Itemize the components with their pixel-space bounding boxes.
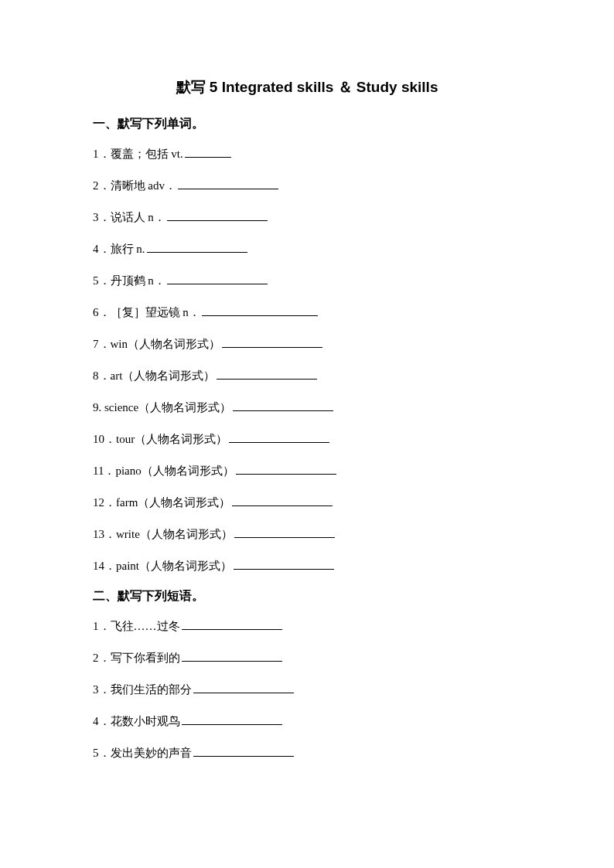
fill-blank[interactable]: [182, 713, 282, 725]
section1-item: 11．piano（人物名词形式）: [93, 461, 521, 480]
item-text: 14．paint（人物名词形式）: [93, 560, 232, 572]
fill-blank[interactable]: [234, 526, 335, 538]
item-text: 8．art（人物名词形式）: [93, 369, 215, 382]
fill-blank[interactable]: [193, 682, 294, 693]
item-text: 11．piano（人物名词形式）: [93, 465, 234, 477]
section1-item: 6．［复］望远镜 n．: [93, 303, 521, 322]
section1-item: 1．覆盖；包括 vt.: [93, 145, 521, 163]
fill-blank[interactable]: [232, 495, 333, 506]
item-text: 4．旅行 n.: [93, 243, 145, 255]
section1-item: 13．write（人物名词形式）: [93, 525, 521, 543]
fill-blank[interactable]: [233, 400, 333, 411]
fill-blank[interactable]: [147, 241, 247, 253]
item-text: 12．farm（人物名词形式）: [93, 496, 230, 509]
section1-item: 10．tour（人物名词形式）: [93, 430, 521, 448]
item-text: 5．丹顶鹤 n．: [93, 274, 165, 287]
section2-heading: 二、默写下列短语。: [93, 588, 521, 604]
fill-blank[interactable]: [182, 618, 282, 630]
item-text: 2．写下你看到的: [93, 652, 180, 664]
fill-blank[interactable]: [236, 463, 336, 475]
page-title: 默写 5 Integrated skills ＆ Study skills: [93, 77, 521, 97]
item-text: 3．说话人 n．: [93, 211, 165, 223]
fill-blank[interactable]: [222, 336, 322, 348]
section1-item: 7．win（人物名词形式）: [93, 335, 521, 353]
fill-blank[interactable]: [167, 209, 268, 221]
section1-item: 5．丹顶鹤 n．: [93, 271, 521, 290]
fill-blank[interactable]: [185, 146, 231, 158]
fill-blank[interactable]: [202, 305, 318, 316]
fill-blank[interactable]: [167, 273, 268, 284]
section1-item: 4．旅行 n.: [93, 240, 521, 258]
section1-item: 9. science（人物名词形式）: [93, 398, 521, 417]
item-text: 6．［复］望远镜 n．: [93, 306, 200, 318]
fill-blank[interactable]: [182, 650, 282, 662]
item-text: 2．清晰地 adv．: [93, 179, 176, 192]
section1-item: 12．farm（人物名词形式）: [93, 493, 521, 512]
fill-blank[interactable]: [234, 558, 334, 570]
item-text: 4．花数小时观鸟: [93, 715, 180, 727]
fill-blank[interactable]: [178, 178, 278, 189]
section2-item: 1．飞往……过冬: [93, 617, 521, 635]
item-text: 1．覆盖；包括 vt.: [93, 148, 183, 160]
fill-blank[interactable]: [217, 368, 317, 380]
item-text: 3．我们生活的部分: [93, 683, 192, 696]
section1-item: 3．说话人 n．: [93, 208, 521, 226]
section1-item: 2．清晰地 adv．: [93, 176, 521, 195]
section1-heading: 一、默写下列单词。: [93, 116, 521, 132]
section2-item: 5．发出美妙的声音: [93, 744, 521, 762]
fill-blank[interactable]: [229, 431, 329, 443]
item-text: 5．发出美妙的声音: [93, 747, 192, 759]
section1-item: 14．paint（人物名词形式）: [93, 557, 521, 575]
fill-blank[interactable]: [193, 745, 294, 757]
section1-item: 8．art（人物名词形式）: [93, 366, 521, 385]
item-text: 10．tour（人物名词形式）: [93, 433, 227, 445]
item-text: 13．write（人物名词形式）: [93, 528, 233, 540]
item-text: 9. science（人物名词形式）: [93, 401, 231, 414]
item-text: 7．win（人物名词形式）: [93, 338, 220, 350]
item-text: 1．飞往……过冬: [93, 620, 180, 632]
section2-item: 3．我们生活的部分: [93, 680, 521, 699]
section2-item: 2．写下你看到的: [93, 648, 521, 667]
section2-item: 4．花数小时观鸟: [93, 712, 521, 730]
